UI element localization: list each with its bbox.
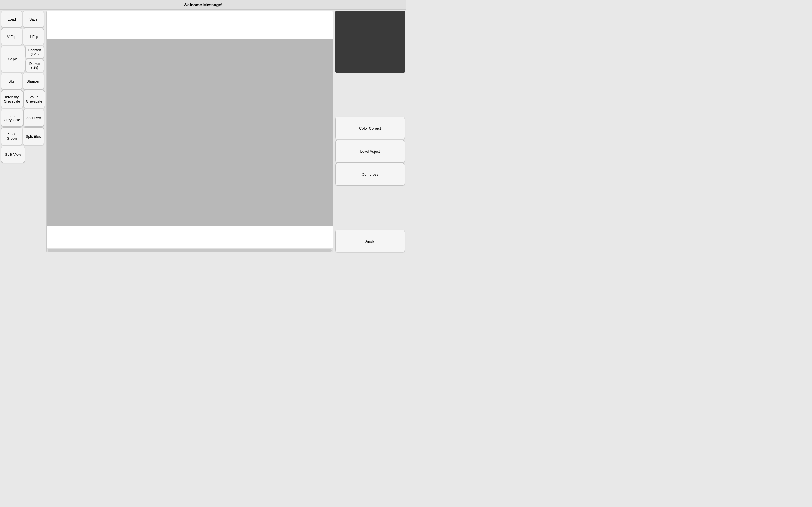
sepia-button[interactable]: Sepia [1, 46, 25, 72]
dark-panel [335, 11, 405, 73]
split-green-button[interactable]: Split Green [1, 127, 22, 145]
scrollbar-container[interactable] [47, 248, 333, 252]
row-blur-sharpen: Blur Sharpen [1, 73, 44, 90]
empty-slot [26, 146, 44, 163]
row-split-view: Split View [1, 146, 44, 163]
value-greyscale-button[interactable]: Value Greyscale [23, 90, 45, 108]
bright-dark-col: Brighten (+25) Darken (-25) [26, 46, 44, 72]
left-sidebar: Load Save V-Flip H-Flip Sepia [0, 10, 45, 253]
darken-button[interactable]: Darken (-25) [26, 59, 44, 72]
row-sepia-bright: Sepia Brighten (+25) Darken (-25) [1, 46, 44, 72]
split-blue-button[interactable]: Split Blue [23, 127, 44, 145]
split-view-button[interactable]: Split View [1, 146, 25, 163]
canvas-container [46, 11, 333, 252]
canvas-bottom-white [47, 226, 333, 248]
load-button[interactable]: Load [1, 11, 22, 27]
center-area [45, 10, 334, 253]
row-greyscale: Intensity Greyscale Value Greyscale [1, 90, 44, 108]
canvas-top-white [47, 11, 333, 39]
sharpen-button[interactable]: Sharpen [23, 73, 44, 90]
apply-button[interactable]: Apply [335, 230, 405, 252]
main-layout: Load Save V-Flip H-Flip Sepia [0, 10, 406, 253]
row-flip: V-Flip H-Flip [1, 28, 44, 45]
page-title: Welcome Message! [184, 2, 222, 7]
right-sidebar: Color Correct Level Adjust Compress Appl… [334, 10, 406, 253]
vflip-button[interactable]: V-Flip [1, 28, 22, 45]
color-correct-button[interactable]: Color Correct [335, 117, 405, 139]
hflip-button[interactable]: H-Flip [23, 28, 44, 45]
split-red-button[interactable]: Split Red [23, 109, 44, 127]
app: Welcome Message! Load Save V-Flip H-Flip [0, 0, 406, 253]
row-luma-splitred: Luma Greyscale Split Red [1, 109, 44, 127]
save-button[interactable]: Save [23, 11, 44, 27]
level-adjust-button[interactable]: Level Adjust [335, 140, 405, 163]
right-spacer-2 [335, 186, 405, 229]
scrollbar-track[interactable] [48, 249, 332, 251]
intensity-greyscale-button[interactable]: Intensity Greyscale [1, 90, 23, 108]
canvas-image-area [47, 39, 333, 226]
luma-greyscale-button[interactable]: Luma Greyscale [1, 109, 23, 127]
title-bar: Welcome Message! [0, 0, 406, 10]
blur-button[interactable]: Blur [1, 73, 22, 90]
compress-button[interactable]: Compress [335, 163, 405, 186]
row-load-save: Load Save [1, 11, 44, 27]
right-spacer-1 [335, 73, 405, 116]
brighten-button[interactable]: Brighten (+25) [26, 46, 44, 59]
row-split-green-blue: Split Green Split Blue [1, 127, 44, 145]
